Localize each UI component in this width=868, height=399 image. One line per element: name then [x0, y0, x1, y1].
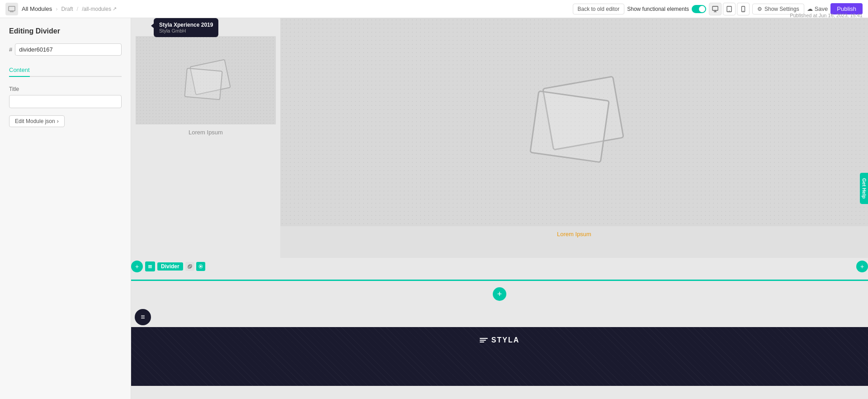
title-field-label: Title — [9, 86, 122, 92]
footer-logo: STYLA — [480, 336, 519, 344]
id-field-row: # — [9, 43, 122, 56]
get-help-tab[interactable]: Get Help — [859, 173, 868, 204]
footer-logo-line-3 — [480, 342, 484, 342]
show-functional-elements-toggle-area: Show functional elements — [627, 5, 706, 13]
main-layout: Editing Divider # Content Title Edit Mod… — [0, 0, 868, 399]
sidebar-title: Editing Divider — [9, 27, 122, 35]
svg-rect-2 — [712, 6, 718, 10]
page-content: Lorem Ipsum Lorem Ipsum — [131, 18, 868, 399]
svg-rect-0 — [9, 6, 15, 11]
styla-company-sub: Styla GmbH — [159, 28, 213, 33]
tab-bar: Content — [9, 64, 122, 77]
save-button[interactable]: ☁ Save — [807, 5, 828, 12]
divider-copy-button[interactable] — [185, 262, 194, 271]
svg-point-8 — [743, 10, 743, 11]
footer-logo-line-2 — [480, 340, 486, 341]
footer-logo-icon — [480, 338, 488, 342]
edit-module-json-button[interactable]: Edit Module json › — [9, 115, 65, 127]
footer-section: STYLA — [131, 327, 868, 386]
tablet-view-button[interactable] — [723, 3, 736, 15]
card-front-right — [529, 90, 610, 163]
svg-rect-13 — [189, 265, 192, 267]
divider-add-right-button[interactable]: + — [856, 261, 868, 272]
divider-active-button[interactable] — [196, 262, 205, 271]
styla-badge-popup: Styla Xperience 2019 Styla GmbH — [154, 18, 218, 37]
breadcrumb-separator-2: / — [77, 5, 79, 12]
left-cards-illustration — [179, 60, 233, 101]
right-column: Lorem Ipsum — [280, 18, 868, 258]
styla-avatar-letter: ≡ — [141, 313, 145, 321]
functional-elements-toggle[interactable] — [692, 5, 706, 13]
divider-label: Divider — [157, 262, 183, 271]
left-image-placeholder — [136, 36, 276, 124]
divider-toolbar-left: + Divider — [131, 261, 205, 272]
footer-logo-text: STYLA — [491, 336, 519, 344]
breadcrumb-separator: › — [56, 5, 57, 12]
add-module-button[interactable]: + — [493, 287, 506, 301]
save-cloud-icon: ☁ — [807, 5, 813, 12]
copy-icon — [188, 264, 192, 269]
canvas-area: Lorem Ipsum Lorem Ipsum — [131, 18, 868, 399]
svg-rect-9 — [148, 265, 152, 266]
modules-breadcrumb[interactable]: All Modules — [22, 5, 52, 12]
styla-badge-avatar[interactable]: ≡ — [135, 309, 151, 325]
show-functional-elements-label: Show functional elements — [627, 6, 689, 12]
drag-icon — [148, 264, 152, 269]
external-link-icon: ↗ — [113, 6, 117, 12]
divider-toolbar: + Divider — [131, 261, 868, 272]
svg-rect-12 — [188, 266, 191, 268]
mobile-view-button[interactable] — [737, 3, 750, 15]
left-column: Lorem Ipsum — [131, 18, 280, 258]
edit-json-arrow-icon: › — [57, 118, 59, 124]
svg-rect-11 — [148, 267, 152, 268]
svg-point-6 — [729, 10, 730, 11]
divider-element-container: + Divider — [131, 258, 868, 304]
tab-content[interactable]: Content — [9, 64, 30, 77]
breadcrumb-path-link[interactable]: /all-modules ↗ — [82, 6, 117, 12]
left-caption: Lorem Ipsum — [131, 129, 280, 136]
topbar: All Modules › Draft / /all-modules ↗ Bac… — [0, 0, 868, 18]
mobile-icon — [740, 6, 746, 12]
published-date: Published at Jun 16, 2023, 15:41 — [790, 13, 863, 18]
divider-drag-button[interactable] — [145, 261, 155, 271]
footer-logo-line-1 — [480, 338, 488, 339]
divider-add-left-button[interactable]: + — [131, 261, 143, 272]
desktop-view-button[interactable] — [709, 3, 722, 15]
app-logo-icon — [5, 3, 18, 15]
tablet-icon — [726, 6, 732, 12]
styla-company-name: Styla Xperience 2019 — [159, 22, 213, 28]
id-hash-symbol: # — [9, 46, 12, 53]
svg-point-14 — [200, 266, 202, 267]
right-cards-illustration — [520, 77, 628, 167]
styla-badge-row: ≡ Styla Xperience 2019 Styla GmbH — [131, 307, 868, 327]
right-caption-link[interactable]: Lorem Ipsum — [280, 226, 868, 238]
divider-controls — [185, 262, 205, 271]
sidebar: Editing Divider # Content Title Edit Mod… — [0, 18, 131, 399]
draft-status: Draft — [61, 6, 73, 12]
card-front-left — [184, 67, 222, 100]
add-module-area: + — [131, 285, 868, 304]
divider-wrapper: + Divider — [131, 267, 868, 281]
id-input-field[interactable] — [15, 43, 122, 56]
settings-small-icon — [198, 264, 203, 269]
settings-gear-icon: ⚙ — [757, 6, 762, 12]
divider-line — [131, 280, 868, 281]
topbar-left: All Modules › Draft / /all-modules ↗ — [5, 3, 117, 15]
two-column-section: Lorem Ipsum Lorem Ipsum — [131, 18, 868, 258]
desktop-icon — [712, 6, 718, 12]
svg-rect-10 — [148, 266, 152, 267]
right-image-placeholder — [280, 18, 868, 226]
view-mode-icons — [709, 3, 750, 15]
back-to-old-editor-button[interactable]: Back to old editor — [573, 4, 625, 14]
title-text-input[interactable] — [9, 95, 122, 108]
